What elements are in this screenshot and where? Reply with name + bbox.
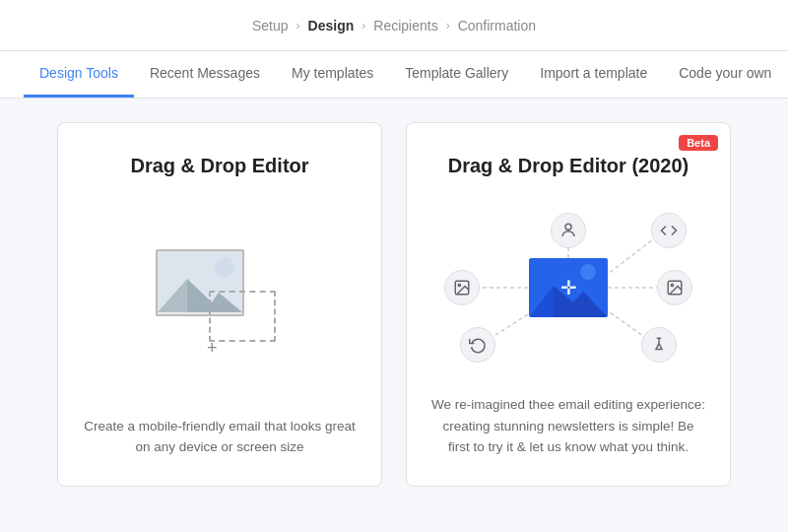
dnd-editor-icon: + bbox=[156, 249, 284, 348]
breadcrumb-recipients[interactable]: Recipients bbox=[373, 18, 437, 33]
breadcrumb-bar: Setup › Design › Recipients › Confirmati… bbox=[0, 0, 788, 51]
tab-code-your-own[interactable]: Code your own bbox=[663, 65, 787, 98]
svg-point-1 bbox=[215, 257, 234, 277]
breadcrumb-setup[interactable]: Setup bbox=[252, 18, 289, 33]
svg-line-5 bbox=[603, 236, 657, 278]
sat-code-icon bbox=[651, 213, 687, 248]
card2-icon-area: ✛ bbox=[430, 201, 706, 374]
card-dnd-editor[interactable]: Drag & Drop Editor bbox=[57, 122, 382, 487]
tab-design-tools[interactable]: Design Tools bbox=[24, 65, 134, 98]
sat-image-left-icon bbox=[444, 270, 480, 305]
tab-template-gallery[interactable]: Template Gallery bbox=[389, 65, 524, 98]
card2-title: Drag & Drop Editor (2020) bbox=[448, 155, 689, 177]
sat-flask-icon bbox=[641, 327, 677, 363]
beta-badge: Beta bbox=[679, 135, 718, 151]
svg-point-18 bbox=[671, 284, 673, 286]
sat-undo-icon bbox=[460, 327, 495, 363]
card1-description: Create a mobile-friendly email that look… bbox=[82, 416, 358, 458]
main-content: Drag & Drop Editor bbox=[0, 99, 788, 510]
tab-import-template[interactable]: Import a template bbox=[524, 65, 663, 98]
breadcrumb: Setup › Design › Recipients › Confirmati… bbox=[252, 18, 536, 33]
tab-recent-messages[interactable]: Recent Messages bbox=[134, 65, 276, 98]
breadcrumb-design[interactable]: Design bbox=[308, 18, 355, 33]
breadcrumb-arrow-2: › bbox=[361, 19, 365, 33]
card-dnd-editor-2020[interactable]: Beta Drag & Drop Editor (2020) bbox=[406, 122, 731, 487]
tabs-bar: Design Tools Recent Messages My template… bbox=[0, 51, 788, 99]
center-image-box: ✛ bbox=[529, 258, 608, 317]
breadcrumb-confirmation[interactable]: Confirmation bbox=[458, 18, 536, 33]
svg-point-14 bbox=[565, 224, 571, 230]
card2-description: We re-imagined thee email editing experi… bbox=[430, 394, 706, 458]
dnd-selection-box bbox=[209, 291, 276, 342]
tab-my-templates[interactable]: My templates bbox=[276, 65, 389, 98]
card1-icon-area: + bbox=[82, 201, 358, 396]
sat-image-right-icon bbox=[657, 270, 692, 305]
editor2020-visual: ✛ bbox=[440, 209, 696, 366]
sat-person-icon bbox=[551, 213, 586, 248]
dnd-plus-icon: + bbox=[207, 339, 218, 357]
breadcrumb-arrow-3: › bbox=[446, 19, 450, 33]
svg-line-9 bbox=[603, 307, 647, 339]
move-cursor-icon: ✛ bbox=[560, 276, 577, 299]
breadcrumb-arrow-1: › bbox=[296, 19, 300, 33]
card1-title: Drag & Drop Editor bbox=[130, 155, 308, 177]
svg-point-11 bbox=[580, 264, 596, 280]
svg-point-16 bbox=[458, 284, 460, 286]
